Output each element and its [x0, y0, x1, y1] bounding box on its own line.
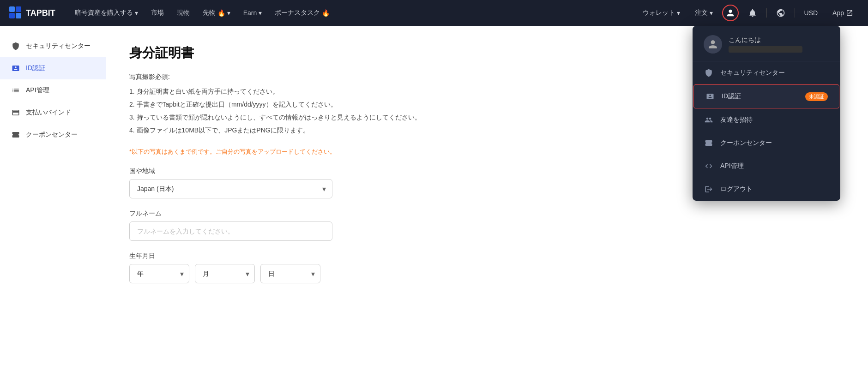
sidebar-label-id: ID認証	[26, 64, 45, 72]
dropdown-invite-label: 友達を招待	[720, 116, 753, 124]
birthdate-label: 生年月日	[129, 252, 845, 260]
sidebar: セキュリティセンター ID認証 API管理 支	[0, 26, 106, 377]
fullname-section: フルネーム	[129, 209, 845, 241]
nav-items: 暗号資産を購入する ▾ 市場 現物 先物 🔥 ▾ Earn ▾ ボーナスタスク …	[69, 5, 637, 21]
country-select[interactable]: Japan (日本)	[129, 179, 332, 198]
dropdown-api-label: API管理	[720, 162, 744, 170]
sidebar-item-id[interactable]: ID認証	[0, 57, 106, 79]
dropdown-header: こんにちは	[693, 26, 840, 61]
unverified-badge: 未認証	[805, 92, 828, 101]
svg-rect-0	[9, 6, 15, 12]
users-icon	[704, 115, 714, 125]
dropdown-security-label: セキュリティセンター	[720, 69, 785, 77]
nav-earn[interactable]: Earn ▾	[238, 6, 268, 20]
month-select[interactable]: 月	[195, 264, 255, 283]
security-icon	[11, 42, 20, 51]
avatar	[704, 35, 722, 54]
logo[interactable]: TAPBIT	[9, 6, 55, 19]
notification-button[interactable]	[742, 6, 763, 20]
nav-spot[interactable]: 現物	[171, 5, 195, 21]
profile-button[interactable]	[722, 5, 739, 21]
divider	[766, 8, 767, 18]
api-icon	[11, 86, 20, 95]
coupon-menu-icon	[704, 138, 714, 148]
sidebar-item-security[interactable]: セキュリティセンター	[0, 35, 106, 57]
svg-rect-2	[9, 13, 15, 18]
fullname-input[interactable]	[129, 221, 332, 241]
dropdown-security[interactable]: セキュリティセンター	[693, 61, 840, 84]
day-select[interactable]: 日	[260, 264, 320, 283]
year-select-wrapper: 年 ▾	[129, 264, 189, 283]
sidebar-label-api: API管理	[26, 86, 49, 95]
profile-dropdown: こんにちは セキュリティセンター ID認証 未認証 友達を招待	[693, 26, 840, 201]
coupon-icon	[11, 130, 20, 139]
svg-rect-3	[16, 13, 21, 18]
app-button[interactable]: App	[827, 6, 859, 19]
app-name: TAPBIT	[26, 8, 55, 18]
bell-icon	[748, 8, 757, 18]
fullname-label: フルネーム	[129, 209, 845, 218]
chevron-down-icon: ▾	[259, 9, 262, 17]
dropdown-id-label: ID認証	[722, 92, 741, 101]
sidebar-item-api[interactable]: API管理	[0, 79, 106, 102]
birthdate-section: 生年月日 年 ▾ 月 ▾ 日 ▾	[129, 252, 845, 283]
day-select-wrapper: 日 ▾	[260, 264, 320, 283]
person-icon	[726, 9, 735, 17]
order-button[interactable]: 注文 ▾	[689, 6, 718, 20]
nav-bonus[interactable]: ボーナスタスク 🔥	[269, 5, 335, 21]
fire-icon-2: 🔥	[322, 9, 330, 17]
currency-button[interactable]: USD	[799, 6, 824, 19]
nav-market[interactable]: 市場	[145, 5, 169, 21]
divider-2	[795, 8, 795, 18]
nav-futures[interactable]: 先物 🔥 ▾	[197, 5, 236, 21]
chevron-down-icon: ▾	[227, 9, 230, 17]
month-select-wrapper: 月 ▾	[195, 264, 255, 283]
sidebar-label-coupon: クーポンセンター	[26, 131, 78, 139]
country-select-wrapper: Japan (日本) ▾	[129, 179, 332, 198]
globe-icon	[776, 8, 785, 18]
shield-icon	[704, 68, 714, 78]
external-link-icon	[846, 9, 853, 17]
nav-right: ウォレット ▾ 注文 ▾ USD App	[637, 5, 859, 21]
sidebar-label-security: セキュリティセンター	[26, 42, 90, 50]
date-row: 年 ▾ 月 ▾ 日 ▾	[129, 264, 845, 283]
dropdown-user-info: こんにちは	[729, 36, 802, 53]
nav-buy-crypto[interactable]: 暗号資産を購入する ▾	[69, 5, 144, 21]
dropdown-logout[interactable]: ログアウト	[693, 178, 840, 201]
dropdown-coupon[interactable]: クーポンセンター	[693, 132, 840, 155]
dropdown-greeting: こんにちは	[729, 36, 802, 44]
dropdown-id-verification[interactable]: ID認証 未認証	[693, 84, 839, 108]
dropdown-email-redacted	[729, 46, 802, 53]
year-select[interactable]: 年	[129, 264, 189, 283]
chevron-down-icon: ▾	[677, 9, 680, 17]
language-button[interactable]	[771, 6, 791, 20]
dropdown-logout-label: ログアウト	[720, 185, 753, 193]
svg-rect-1	[16, 6, 21, 12]
dropdown-coupon-label: クーポンセンター	[720, 139, 772, 147]
topnav: TAPBIT 暗号資産を購入する ▾ 市場 現物 先物 🔥 ▾ Earn ▾ ボ…	[0, 0, 868, 26]
dropdown-api[interactable]: API管理	[693, 155, 840, 178]
wallet-button[interactable]: ウォレット ▾	[637, 6, 686, 20]
dropdown-invite[interactable]: 友達を招待	[693, 108, 840, 132]
payment-icon	[11, 108, 20, 117]
sidebar-item-coupon[interactable]: クーポンセンター	[0, 124, 106, 146]
sidebar-item-payment[interactable]: 支払いバインド	[0, 102, 106, 124]
logo-icon	[9, 6, 22, 19]
api-menu-icon	[704, 161, 714, 171]
logout-icon	[704, 184, 714, 194]
id-card-icon	[705, 91, 715, 102]
chevron-down-icon: ▾	[135, 9, 138, 17]
id-icon	[11, 64, 20, 73]
chevron-down-icon: ▾	[710, 9, 713, 17]
fire-icon: 🔥	[217, 9, 225, 17]
sidebar-label-payment: 支払いバインド	[26, 108, 71, 117]
